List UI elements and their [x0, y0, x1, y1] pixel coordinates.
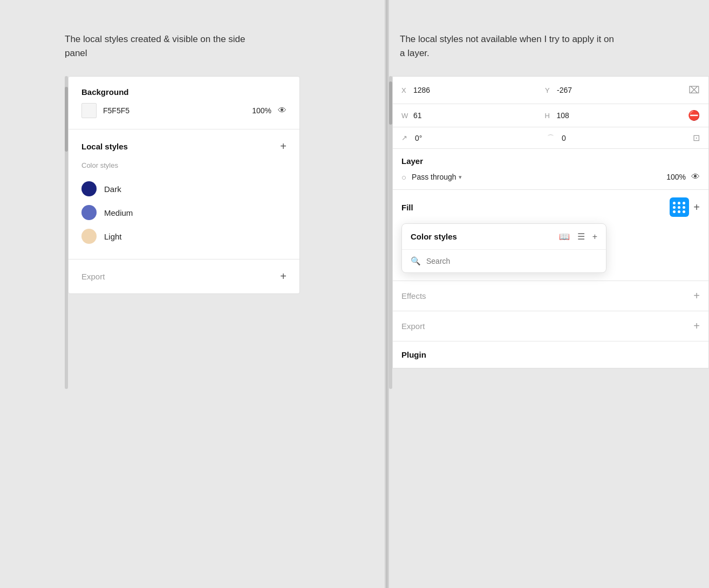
fill-header: Fill — [401, 197, 700, 217]
fill-grid-dots — [673, 202, 686, 213]
local-styles-title: Local styles — [81, 142, 128, 151]
dot-6 — [683, 206, 685, 209]
left-export-section: Export + — [69, 259, 299, 293]
local-styles-section: Local styles + Color styles Dark Medium — [69, 129, 299, 259]
left-scrollbar-thumb[interactable] — [65, 87, 68, 152]
fill-style-button[interactable] — [670, 197, 689, 217]
h-value: 108 — [557, 111, 569, 120]
layer-mode-chevron: ▾ — [459, 174, 462, 181]
layer-mode-select[interactable]: Pass through ▾ — [412, 173, 661, 181]
local-styles-header: Local styles + — [81, 140, 287, 153]
fill-header-right: + — [670, 197, 700, 217]
layer-row: ○ Pass through ▾ 100% 👁 — [401, 172, 700, 182]
fill-title: Fill — [401, 203, 413, 212]
dot-3 — [683, 202, 685, 204]
light-label: Light — [104, 232, 122, 241]
y-coord-group: Y -267 — [545, 86, 688, 94]
h-label: H — [545, 112, 553, 120]
background-swatch[interactable] — [81, 103, 97, 118]
corner-group: ⌒ 0 — [547, 133, 693, 143]
right-panel-wrapper: X 1286 Y -267 ⌧ W 61 H — [389, 76, 709, 389]
background-row: F5F5F5 100% 👁 — [81, 103, 287, 118]
clip-icon[interactable]: ⊡ — [693, 133, 700, 143]
fill-section: Fill — [393, 190, 708, 281]
right-export-label: Export — [401, 322, 425, 331]
dot-4 — [673, 206, 676, 209]
effects-section: Effects + — [393, 281, 708, 311]
list-icon[interactable]: ☰ — [577, 231, 585, 242]
color-styles-actions: 📖 ☰ + — [559, 231, 597, 242]
w-value: 61 — [413, 111, 422, 120]
layer-mode-icon: ○ — [401, 173, 406, 182]
layer-section: Layer ○ Pass through ▾ 100% 👁 — [393, 149, 708, 190]
w-label: W — [401, 112, 409, 120]
color-style-medium[interactable]: Medium — [81, 201, 287, 224]
color-styles-header: Color styles 📖 ☰ + — [402, 224, 606, 250]
left-section: The local styles created & visible on th… — [0, 0, 385, 588]
right-scrollbar-thumb[interactable] — [389, 81, 392, 125]
plugin-title: Plugin — [401, 350, 426, 359]
effects-add-icon[interactable]: + — [693, 290, 700, 302]
background-visibility-icon[interactable]: 👁 — [278, 106, 287, 115]
dot-5 — [678, 206, 680, 209]
color-styles-add-icon[interactable]: + — [592, 232, 597, 242]
rotation-value: 0° — [415, 134, 422, 142]
dot-9 — [683, 210, 685, 213]
dot-7 — [673, 210, 676, 213]
search-input[interactable] — [426, 257, 597, 265]
right-section: The local styles not available when I tr… — [389, 0, 709, 588]
dot-8 — [678, 210, 680, 213]
color-style-light[interactable]: Light — [81, 224, 287, 248]
color-style-dark[interactable]: Dark — [81, 177, 287, 201]
layer-mode-text: Pass through — [412, 173, 456, 181]
background-title: Background — [81, 87, 287, 97]
background-section: Background F5F5F5 100% 👁 — [69, 77, 299, 129]
light-swatch — [81, 229, 97, 244]
background-opacity: 100% — [252, 106, 271, 115]
fill-add-icon[interactable]: + — [693, 201, 700, 214]
right-export-section: Export + — [393, 311, 708, 341]
right-scrollbar[interactable] — [389, 76, 392, 389]
effects-title: Effects — [401, 291, 426, 300]
search-row: 🔍 — [402, 250, 606, 272]
left-scrollbar[interactable] — [65, 76, 68, 389]
left-description: The local styles created & visible on th… — [65, 32, 270, 60]
right-panel: X 1286 Y -267 ⌧ W 61 H — [392, 76, 709, 368]
dot-2 — [678, 202, 680, 204]
book-icon[interactable]: 📖 — [559, 231, 570, 242]
left-export-label: Export — [81, 272, 105, 281]
dot-1 — [673, 202, 676, 204]
x-value: 1286 — [413, 86, 430, 94]
medium-label: Medium — [104, 208, 133, 217]
background-hex: F5F5F5 — [103, 106, 246, 115]
coords-section: X 1286 Y -267 ⌧ — [393, 77, 708, 104]
corner-value: 0 — [562, 134, 566, 142]
layer-opacity: 100% — [666, 173, 686, 181]
y-value: -267 — [557, 86, 572, 94]
plugin-section: Plugin — [393, 341, 708, 368]
constraint-icon[interactable]: ⌧ — [688, 84, 700, 96]
layer-title: Layer — [401, 156, 700, 166]
w-dim-group: W 61 — [401, 111, 545, 120]
local-styles-add-icon[interactable]: + — [280, 140, 287, 153]
rotation-label: ↗ — [401, 134, 407, 142]
search-icon: 🔍 — [411, 256, 421, 266]
rotation-group: ↗ 0° — [401, 134, 547, 142]
y-label: Y — [545, 86, 553, 94]
dark-swatch — [81, 181, 97, 196]
left-panel: Background F5F5F5 100% 👁 Local styles + — [68, 76, 300, 294]
lock-icon[interactable]: ⛔ — [688, 110, 700, 121]
right-export-add-icon[interactable]: + — [693, 320, 700, 332]
dims-section: W 61 H 108 ⛔ — [393, 104, 708, 127]
x-coord-group: X 1286 — [401, 86, 545, 94]
medium-swatch — [81, 205, 97, 220]
layer-visibility-icon[interactable]: 👁 — [691, 172, 700, 182]
color-styles-subtitle: Color styles — [81, 161, 287, 169]
rotation-section: ↗ 0° ⌒ 0 ⊡ — [393, 127, 708, 149]
right-description: The local styles not available when I tr… — [389, 32, 616, 60]
left-export-add-icon[interactable]: + — [280, 270, 287, 283]
dark-label: Dark — [104, 184, 121, 194]
color-styles-title: Color styles — [411, 232, 457, 241]
center-divider — [385, 0, 389, 588]
h-dim-group: H 108 — [545, 111, 688, 120]
